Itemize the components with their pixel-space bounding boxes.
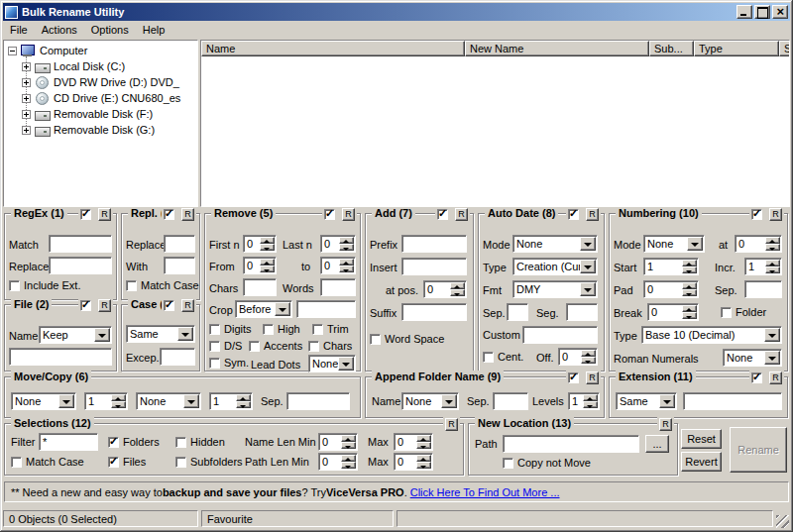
selections-match-case-checkbox[interactable]: Match Case — [11, 456, 84, 468]
incr-spinner[interactable]: 1 — [744, 258, 782, 275]
menu-file[interactable]: File — [3, 23, 35, 37]
autodate-mode-select[interactable]: None — [512, 235, 598, 253]
column-header-size[interactable]: S — [779, 41, 790, 56]
maximize-button[interactable] — [754, 5, 770, 19]
case-r-button[interactable]: R — [181, 299, 194, 312]
start-spinner[interactable]: 1 — [643, 258, 699, 275]
spin-down-button[interactable] — [682, 312, 697, 319]
spin-up-button[interactable] — [682, 260, 697, 266]
appendfolder-name-select[interactable]: None — [401, 392, 459, 410]
chevron-down-icon[interactable] — [338, 357, 354, 371]
spin-up-button[interactable] — [416, 435, 431, 442]
sym-checkbox[interactable]: Sym. — [209, 357, 249, 369]
spin-down-button[interactable] — [581, 357, 596, 364]
autodate-sep-input[interactable] — [507, 303, 528, 321]
autodate-type-select[interactable]: Creation (Cur — [512, 258, 598, 275]
name-len-min-spinner[interactable]: 0 — [318, 433, 358, 451]
movecopy-mode2-select[interactable]: None — [136, 392, 201, 410]
expand-icon[interactable] — [22, 126, 31, 135]
chevron-down-icon[interactable] — [687, 237, 703, 251]
name-len-max-spinner[interactable]: 0 — [394, 433, 433, 451]
spin-down-button[interactable] — [236, 401, 251, 408]
accents-checkbox[interactable]: Accents — [249, 340, 302, 352]
appendfolder-enable-checkbox[interactable] — [568, 372, 579, 383]
tree-item-removable-disk-g[interactable]: Removable Disk (G:) — [4, 122, 197, 138]
folders-checkbox[interactable]: Folders — [108, 436, 160, 448]
rename-button[interactable]: Rename — [730, 427, 787, 473]
spin-down-button[interactable] — [260, 244, 275, 251]
to-spinner[interactable]: 0 — [320, 257, 356, 274]
spin-up-button[interactable] — [682, 282, 697, 289]
tree-item-removable-disk-f[interactable]: Removable Disk (F:) — [4, 106, 197, 122]
files-checkbox[interactable]: Files — [108, 456, 146, 468]
column-header-new-name[interactable]: New Name — [465, 41, 649, 56]
path-len-max-spinner[interactable]: 0 — [394, 453, 433, 471]
words-input[interactable] — [320, 278, 356, 296]
spin-up-button[interactable] — [111, 394, 126, 401]
chevron-down-icon[interactable] — [94, 328, 110, 342]
first-n-spinner[interactable]: 0 — [243, 235, 277, 253]
spin-up-button[interactable] — [682, 305, 697, 312]
spin-down-button[interactable] — [111, 401, 126, 408]
double-space-checkbox[interactable]: D/S — [209, 340, 242, 352]
expand-icon[interactable] — [22, 78, 31, 87]
spin-up-button[interactable] — [236, 394, 251, 401]
spin-down-button[interactable] — [765, 266, 780, 273]
spin-up-button[interactable] — [450, 282, 465, 289]
regex-match-input[interactable] — [49, 235, 112, 253]
case-excep-input[interactable] — [160, 348, 195, 366]
chevron-down-icon[interactable] — [580, 237, 596, 251]
digits-checkbox[interactable]: Digits — [209, 323, 252, 335]
reset-button[interactable]: Reset — [681, 429, 722, 449]
spin-up-button[interactable] — [765, 260, 780, 266]
movecopy-mode1-select[interactable]: None — [11, 392, 76, 410]
movecopy-n2-spinner[interactable]: 1 — [209, 392, 253, 410]
expand-icon[interactable] — [22, 94, 31, 103]
chevron-down-icon[interactable] — [58, 394, 74, 408]
movecopy-sep-input[interactable] — [286, 392, 350, 410]
repl-match-case-checkbox[interactable]: Match Case — [126, 279, 199, 291]
file-name-input[interactable] — [9, 348, 112, 366]
chevron-down-icon[interactable] — [580, 282, 596, 296]
folder-checkbox[interactable]: Folder — [721, 306, 766, 318]
spin-down-button[interactable] — [341, 462, 356, 469]
autodate-seg-input[interactable] — [566, 303, 598, 321]
menu-help[interactable]: Help — [136, 23, 172, 37]
spin-up-button[interactable] — [581, 350, 596, 357]
spin-down-button[interactable] — [260, 266, 275, 272]
path-input[interactable] — [503, 435, 639, 453]
autodate-custom-input[interactable] — [522, 326, 598, 344]
add-enable-checkbox[interactable] — [437, 209, 448, 220]
from-spinner[interactable]: 0 — [243, 257, 277, 274]
newlocation-r-button[interactable]: R — [659, 418, 672, 431]
autodate-fmt-select[interactable]: DMY — [512, 280, 598, 298]
repl-r-button[interactable]: R — [181, 208, 194, 221]
path-len-min-spinner[interactable]: 0 — [318, 453, 358, 471]
hidden-checkbox[interactable]: Hidden — [175, 436, 225, 448]
revert-button[interactable]: Revert — [681, 452, 722, 472]
resize-grip[interactable] — [776, 515, 789, 528]
numbering-at-spinner[interactable]: 0 — [735, 235, 782, 253]
spin-down-button[interactable] — [450, 289, 465, 296]
high-checkbox[interactable]: High — [263, 323, 300, 335]
word-space-checkbox[interactable]: Word Space — [370, 333, 444, 345]
filter-input[interactable]: * — [39, 433, 98, 451]
promo-link[interactable]: Click Here To Find Out More ... — [410, 486, 560, 498]
case-enable-checkbox[interactable] — [164, 300, 174, 311]
numbering-enable-checkbox[interactable] — [751, 209, 762, 220]
spin-up-button[interactable] — [341, 455, 356, 462]
regex-r-button[interactable]: R — [98, 208, 111, 221]
spin-up-button[interactable] — [341, 435, 356, 442]
chevron-down-icon[interactable] — [764, 351, 780, 365]
chevron-down-icon[interactable] — [177, 327, 193, 341]
spin-down-button[interactable] — [339, 244, 354, 251]
title-bar[interactable]: Bulk Rename Utility — [3, 3, 790, 21]
menu-options[interactable]: Options — [84, 23, 136, 37]
spin-down-button[interactable] — [416, 462, 431, 469]
tree-item-cd-drive-e[interactable]: CD Drive (E:) CNU680_es — [4, 90, 197, 106]
chevron-down-icon[interactable] — [441, 394, 457, 408]
suffix-input[interactable] — [401, 303, 467, 321]
appendfolder-sep-input[interactable] — [493, 392, 528, 410]
tree-item-local-disk-c[interactable]: Local Disk (C:) — [4, 58, 197, 74]
chevron-down-icon[interactable] — [764, 328, 780, 342]
